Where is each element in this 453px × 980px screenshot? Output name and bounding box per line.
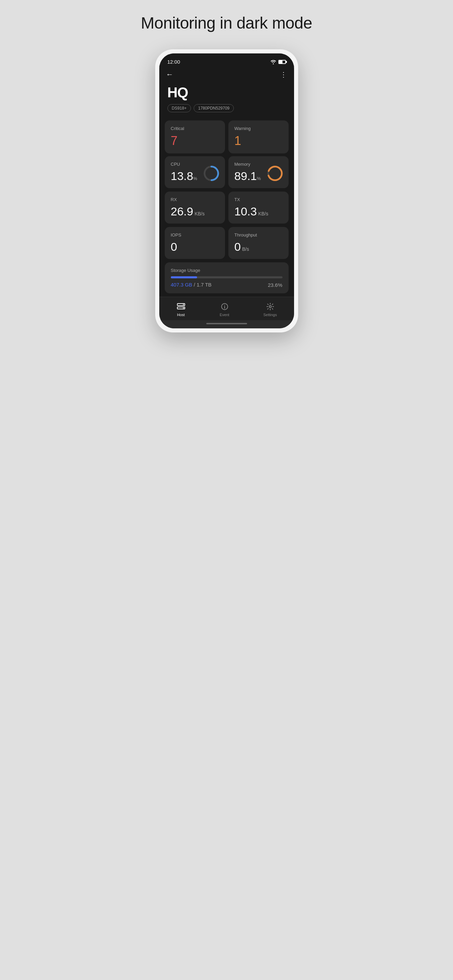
resource-cards-row: CPU 13.8% Memory [159,156,294,188]
back-button[interactable]: ← [166,70,173,79]
nav-event[interactable]: Event [220,302,229,317]
tx-card[interactable]: TX 10.3 KB/s [228,192,289,224]
page-title: Monitoring in dark mode [141,14,312,32]
iops-card[interactable]: IOPS 0 [165,227,225,259]
storage-bar-bg [171,276,283,278]
storage-card[interactable]: Storage Usage 407.3 GB / 1.7 TB 23.6% [165,262,289,293]
device-model-tag: DS918+ [167,104,191,112]
tx-label: TX [235,197,283,202]
home-bar [206,323,247,324]
nav-settings-label: Settings [264,313,277,317]
svg-point-11 [269,305,271,308]
iops-label: IOPS [171,232,219,237]
device-name: HQ [167,84,286,101]
nav-host[interactable]: Host [176,302,186,317]
status-icons [270,60,286,64]
rx-value: 26.9 [171,205,193,218]
storage-label: Storage Usage [171,268,283,273]
host-icon [176,302,186,311]
event-icon [220,302,229,311]
status-time: 12:00 [167,59,180,65]
rx-label: RX [171,197,219,202]
svg-point-9 [224,305,225,305]
warning-card[interactable]: Warning 1 [228,121,289,153]
storage-bar-fill [171,276,197,278]
more-button[interactable]: ⋮ [280,70,287,79]
network-cards-row: RX 26.9 KB/s TX 10.3 KB/s [159,192,294,224]
storage-info: 407.3 GB / 1.7 TB 23.6% [171,282,283,288]
battery-icon [278,60,286,64]
memory-unit: % [257,176,261,181]
critical-value: 7 [171,134,219,148]
tx-unit: KB/s [258,211,269,216]
phone-screen: 12:00 ← ⋮ HQ DS918+ 1780PDN529709 [159,53,294,328]
tx-value: 10.3 [235,205,257,218]
storage-used: 407.3 GB [171,282,192,288]
storage-percent: 23.6% [268,282,283,288]
critical-card[interactable]: Critical 7 [165,121,225,153]
device-tags: DS918+ 1780PDN529709 [167,104,286,112]
settings-icon [265,302,275,311]
rx-unit: KB/s [195,211,205,216]
cpu-unit: % [193,176,197,181]
memory-card[interactable]: Memory 89.1% [228,156,289,188]
cpu-card[interactable]: CPU 13.8% [165,156,225,188]
memory-value: 89.1 [235,169,257,182]
warning-label: Warning [235,126,283,131]
cpu-value: 13.8 [171,169,193,182]
header-nav: ← ⋮ [159,67,294,83]
svg-point-6 [183,304,184,305]
memory-chart [266,165,284,184]
device-section: HQ DS918+ 1780PDN529709 [159,83,294,118]
critical-label: Critical [171,126,219,131]
iops-value: 0 [171,240,219,253]
io-cards-row: IOPS 0 Throughput 0 B/s [159,227,294,259]
throughput-label: Throughput [235,232,283,237]
storage-size: 407.3 GB / 1.7 TB [171,282,212,288]
storage-total: / 1.7 TB [194,282,211,288]
rx-card[interactable]: RX 26.9 KB/s [165,192,225,224]
nav-event-label: Event [220,313,229,317]
throughput-card[interactable]: Throughput 0 B/s [228,227,289,259]
nav-settings[interactable]: Settings [264,302,277,317]
nav-host-label: Host [177,313,185,317]
bottom-nav: Host Event [159,297,294,320]
cpu-chart [202,165,220,184]
alert-cards-row: Critical 7 Warning 1 [159,118,294,156]
svg-point-7 [183,308,184,309]
home-indicator [159,320,294,328]
warning-value: 1 [235,134,283,148]
phone-frame: 12:00 ← ⋮ HQ DS918+ 1780PDN529709 [155,49,298,332]
throughput-unit: B/s [242,247,249,252]
svg-point-3 [268,167,282,180]
wifi-icon [270,60,277,64]
status-bar: 12:00 [159,53,294,67]
device-serial-tag: 1780PDN529709 [194,104,234,112]
throughput-value: 0 [235,240,241,253]
